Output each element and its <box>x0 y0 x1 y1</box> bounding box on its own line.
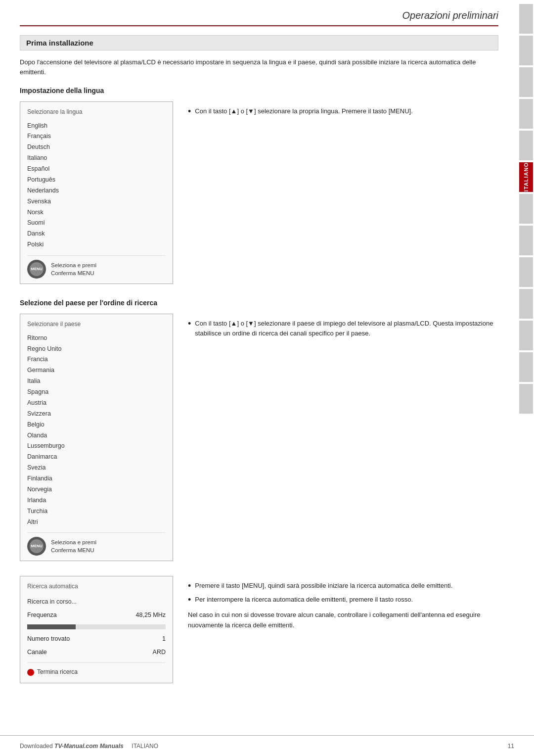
autosearch-section: Ricerca automatica Ricerca in corso... F… <box>20 576 498 683</box>
frequency-value: 48,25 MHz <box>136 610 166 621</box>
page-header: Operazioni preliminari <box>20 10 498 26</box>
side-tab-12 <box>519 352 533 382</box>
side-tab-13 <box>519 384 533 414</box>
language-bullet: • Con il tasto [▲] o [▼] selezionare la … <box>188 106 498 116</box>
list-item: Español <box>27 164 166 175</box>
autosearch-bullet-1: • Premere il tasto [MENU], quindi sarà p… <box>188 581 498 591</box>
list-item: Spagna <box>27 387 166 398</box>
channel-label: Canale <box>27 647 47 658</box>
page-container: ITALIANO Operazioni preliminari Prima in… <box>0 0 534 756</box>
country-heading: Selezione del paese per l'ordine di rice… <box>20 299 498 307</box>
language-list: English Français Deutsch Italiano Españo… <box>27 121 166 251</box>
side-tab-9 <box>519 257 533 287</box>
side-tab-italiano-label: ITALIANO <box>523 162 529 191</box>
list-item: Norsk <box>27 207 166 218</box>
footer-downloaded: Downloaded <box>20 743 53 750</box>
country-left-panel: Selezionare il paese Ritorno Regno Unito… <box>20 314 173 561</box>
language-instruction-text: Con il tasto [▲] o [▼] selezionare la pr… <box>195 106 412 116</box>
side-tab-4 <box>519 99 533 129</box>
language-section: Impostazione della lingua Selezionare la… <box>20 87 498 284</box>
header-title: Operazioni preliminari <box>402 10 498 21</box>
list-item: Turchia <box>27 506 166 517</box>
menu-icon-text-country: MENU <box>31 544 43 549</box>
intro-text: Dopo l'accensione del televisore al plas… <box>20 57 498 77</box>
menu-icon-language: MENU <box>27 260 46 279</box>
list-item: Altri <box>27 517 166 528</box>
country-menu-confirm-text: Seleziona e premi Conferma MENU <box>51 538 96 554</box>
list-item: Regno Unito <box>27 344 166 355</box>
red-circle-icon <box>27 669 34 676</box>
autosearch-ui-title: Ricerca automatica <box>27 581 166 592</box>
searching-label: Ricerca in corso... <box>27 596 77 608</box>
footer-sitename: TV-Manual.com Manuals <box>54 743 124 750</box>
country-bullet: • Con il tasto [▲] o [▼] selezionare il … <box>188 319 498 338</box>
country-ui-title: Selezionare il paese <box>27 319 166 330</box>
language-instruction-row: Selezionare la lingua English Français D… <box>20 101 498 284</box>
side-tab-2 <box>519 36 533 65</box>
list-item: Français <box>27 131 166 142</box>
side-tab-1 <box>519 4 533 34</box>
menu-icon-inner-country: MENU <box>30 539 44 553</box>
list-item: Svenska <box>27 196 166 207</box>
language-menu-confirm-text: Seleziona e premi Conferma MENU <box>51 261 96 277</box>
terminate-label: Termina ricerca <box>37 667 78 678</box>
list-item: Irlanda <box>27 495 166 506</box>
channel-row: Canale ARD <box>27 646 166 659</box>
autosearch-bullet1-text: Premere il tasto [MENU], quindi sarà pos… <box>195 581 452 591</box>
list-item: Lussemburgo <box>27 441 166 452</box>
bullet-dot-country: • <box>188 319 191 338</box>
progress-bar-inner <box>27 624 76 629</box>
list-item: Svizzera <box>27 409 166 420</box>
country-ui-box: Selezionare il paese Ritorno Regno Unito… <box>20 314 173 561</box>
list-item: Ritorno <box>27 333 166 344</box>
country-list: Ritorno Regno Unito Francia Germania Ita… <box>27 333 166 528</box>
list-item: Português <box>27 175 166 186</box>
autosearch-bullet-2: • Per interrompere la ricerca automatica… <box>188 595 498 605</box>
frequency-label: Frequenza <box>27 610 57 621</box>
footer-left: Downloaded TV-Manual.com Manuals ITALIAN… <box>20 743 158 750</box>
side-tab-3 <box>519 67 533 97</box>
main-content: Operazioni preliminari Prima installazio… <box>0 0 518 732</box>
autosearch-bullet2-text: Per interrompere la ricerca automatica d… <box>195 595 413 605</box>
side-tabs: ITALIANO <box>518 0 534 732</box>
number-found-row: Numero trovato 1 <box>27 632 166 646</box>
list-item: Austria <box>27 398 166 409</box>
bullet-dot: • <box>188 107 191 116</box>
side-tab-10 <box>519 289 533 319</box>
footer-page-number: 11 <box>508 743 514 750</box>
country-instruction-text: Con il tasto [▲] o [▼] selezionare il pa… <box>195 319 498 338</box>
bullet-dot-2: • <box>188 595 191 605</box>
list-item: English <box>27 121 166 132</box>
frequency-row: Frequenza 48,25 MHz <box>27 609 166 622</box>
number-found-value: 1 <box>162 633 166 645</box>
section-title: Prima installazione <box>20 35 498 50</box>
bullet-dot-1: • <box>188 581 191 591</box>
number-found-label: Numero trovato <box>27 633 70 645</box>
country-menu-confirm-row: MENU Seleziona e premi Conferma MENU <box>27 532 166 556</box>
list-item: Germania <box>27 365 166 376</box>
searching-row: Ricerca in corso... <box>27 595 166 609</box>
country-right-panel: • Con il tasto [▲] o [▼] selezionare il … <box>188 314 498 342</box>
list-item: Polski <box>27 239 166 250</box>
terminate-row: Termina ricerca <box>27 662 166 678</box>
list-item: Nederlands <box>27 186 166 196</box>
side-tab-7 <box>519 194 533 224</box>
autosearch-left-panel: Ricerca automatica Ricerca in corso... F… <box>20 576 173 683</box>
language-left-panel: Selezionare la lingua English Français D… <box>20 101 173 284</box>
side-tab-5 <box>519 131 533 160</box>
channel-value: ARD <box>153 647 166 658</box>
list-item: Belgio <box>27 420 166 430</box>
language-menu-confirm-row: MENU Seleziona e premi Conferma MENU <box>27 255 166 279</box>
list-item: Suomi <box>27 218 166 229</box>
list-item: Danimarca <box>27 452 166 463</box>
side-tab-8 <box>519 226 533 255</box>
side-tab-italiano: ITALIANO <box>519 162 533 192</box>
language-ui-title: Selezionare la lingua <box>27 107 166 118</box>
list-item: Dansk <box>27 229 166 239</box>
autosearch-note: Nel caso in cui non si dovesse trovare a… <box>188 610 498 630</box>
list-item: Italiano <box>27 153 166 164</box>
menu-icon-text: MENU <box>31 267 43 272</box>
progress-bar-outer <box>27 624 166 629</box>
list-item: Francia <box>27 354 166 365</box>
language-heading: Impostazione della lingua <box>20 87 498 94</box>
